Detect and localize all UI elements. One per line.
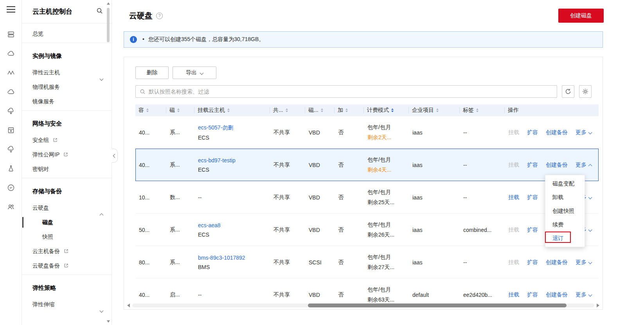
sort-icon[interactable] [177,108,180,112]
user-group-icon[interactable] [6,202,16,212]
sidebar-item-server-backup[interactable]: 云主机备份 [22,244,112,259]
server-link[interactable]: ecs-bd97-testip [198,157,270,163]
attach-link[interactable]: 挂载 [508,194,519,201]
ip-icon[interactable]: IP [6,183,16,192]
menu-item-detach[interactable]: 卸载 [545,190,585,204]
column-label: 容 [139,107,144,114]
sort-icon[interactable] [345,108,348,112]
column-header-server[interactable]: 挂载云主机 [194,104,270,116]
menu-item-create-snapshot[interactable]: 创建快照 [545,204,585,218]
help-icon[interactable]: ? [156,13,163,19]
cell-mode: SCSI [306,259,335,266]
scroll-right-arrow-icon[interactable] [597,303,599,307]
storage-box-icon[interactable] [6,126,16,135]
sidebar-item-disk[interactable]: 磁盘 [22,215,112,230]
table-row[interactable]: 50... 系... ecs-aea8 ECS 不共享 VBD 否 包年/包月 … [135,214,599,246]
cloud-download-icon[interactable] [6,106,16,116]
export-button[interactable]: 导出 [173,66,216,79]
scrollbar-thumb[interactable] [107,8,110,42]
sidebar-item-image-service[interactable]: 镜像服务 [22,94,112,109]
cloud-icon[interactable] [6,49,16,58]
table-row[interactable]: 10... 数... -- 不共享 VBD 否 包年/包月 剩余25天... i… [135,181,599,214]
column-header-mode[interactable]: 磁... [305,104,335,116]
sidebar-item-evs[interactable]: 云硬盘 [22,201,112,215]
hamburger-menu-icon[interactable] [7,6,15,13]
expand-link[interactable]: 扩容 [527,291,538,298]
column-header-tag[interactable]: 标签 [460,104,505,116]
expand-link[interactable]: 扩容 [527,129,538,136]
sort-icon[interactable] [476,108,479,112]
scroll-up-arrow-icon[interactable] [107,2,110,5]
sidebar-item-disk-backup[interactable]: 云硬盘备份 [22,259,112,273]
attach-link[interactable]: 挂载 [508,129,519,136]
more-link[interactable]: 更多 [576,259,592,266]
cell-billing: 包年/包月 剩余63天... [364,286,409,303]
column-header-capacity[interactable]: 容 [135,104,166,116]
sidebar-collapse-handle[interactable] [112,149,118,163]
sidebar-item-ecs[interactable]: 弹性云主机 [22,65,112,80]
cell-size: 50... [136,227,167,233]
create-backup-link[interactable]: 创建备份 [546,259,568,266]
sidebar-search-icon[interactable] [96,7,103,16]
column-header-encrypted[interactable]: 加 [335,104,364,116]
scroll-down-arrow-icon[interactable] [107,320,110,323]
menu-item-renew[interactable]: 续费 [545,218,585,232]
refresh-button[interactable] [562,85,574,98]
sidebar-item-snapshot[interactable]: 快照 [22,230,112,244]
scrollbar-thumb[interactable] [308,303,567,307]
cloud-link-icon[interactable] [6,145,16,154]
delete-button[interactable]: 删除 [135,66,169,79]
attach-link[interactable]: 挂载 [508,162,519,169]
create-backup-link[interactable]: 创建备份 [546,129,568,136]
sidebar-item-auto-scaling[interactable]: 弹性伸缩 [22,297,112,312]
cell-attribute: 系... [167,162,195,169]
sidebar-item-security-group[interactable]: 安全组 [22,133,112,147]
flask-icon[interactable] [6,164,16,173]
server-stack-icon[interactable] [6,30,16,39]
sort-icon[interactable] [321,108,323,112]
waveform-icon[interactable] [6,68,16,77]
sidebar-item-eip[interactable]: 弹性公网IP [22,147,112,162]
create-disk-button[interactable]: 创建磁盘 [558,9,604,23]
sidebar-item-overview[interactable]: 总览 [22,27,112,41]
cloud-outline-icon[interactable] [6,87,16,97]
column-header-attribute[interactable]: 磁 [166,104,194,116]
sort-icon[interactable] [436,108,439,112]
column-header-project[interactable]: 企业项目 [409,104,460,116]
horizontal-scrollbar[interactable] [127,303,599,308]
more-link[interactable]: 更多 [576,129,592,136]
server-link[interactable]: ecs-aea8 [198,222,270,228]
server-link[interactable]: ecs-5057-勿删 [198,124,270,131]
sort-icon[interactable] [286,108,288,112]
sidebar-scrollbar[interactable] [106,1,110,324]
table-row-selected[interactable]: 40... 系... ecs-bd97-testip ECS 不共享 VBD 否… [135,149,599,181]
server-link[interactable]: bms-89c3-1017892 [198,255,270,261]
more-link[interactable]: 更多 [576,291,592,298]
column-header-billing[interactable]: 计费模式 [364,104,409,116]
table-row[interactable]: 40... 系... ecs-5057-勿删 ECS 不共享 VBD 否 包年/… [135,116,599,149]
more-link-open[interactable]: 更多 [576,162,592,169]
scroll-left-arrow-icon[interactable] [127,303,130,307]
menu-item-modify-disk[interactable]: 磁盘变配 [545,177,585,190]
attach-link[interactable]: 挂载 [508,259,519,266]
expand-link[interactable]: 扩容 [527,259,538,266]
sidebar-item-physical-machine[interactable]: 物理机服务 [22,80,112,94]
sort-icon[interactable] [146,108,149,112]
sort-icon[interactable] [227,108,230,112]
column-header-shared[interactable]: 共... [270,104,305,116]
info-icon: i [130,36,137,43]
expand-link[interactable]: 扩容 [527,226,538,233]
create-backup-link[interactable]: 创建备份 [546,291,568,298]
search-input[interactable] [149,88,553,95]
table-row[interactable]: 80... 系... bms-89c3-1017892 BMS 不共享 SCSI… [135,246,599,278]
settings-button[interactable] [579,85,592,98]
expand-link[interactable]: 扩容 [527,194,538,201]
attach-link[interactable]: 挂载 [508,291,519,298]
attach-link[interactable]: 挂载 [508,226,519,233]
create-backup-link[interactable]: 创建备份 [546,162,568,169]
menu-item-unsubscribe[interactable]: 退订 [545,232,585,245]
expand-link[interactable]: 扩容 [527,162,538,169]
scrollbar-track[interactable] [132,303,594,307]
sort-icon-active[interactable] [391,108,394,112]
sidebar-item-keypair[interactable]: 密钥对 [22,162,112,176]
